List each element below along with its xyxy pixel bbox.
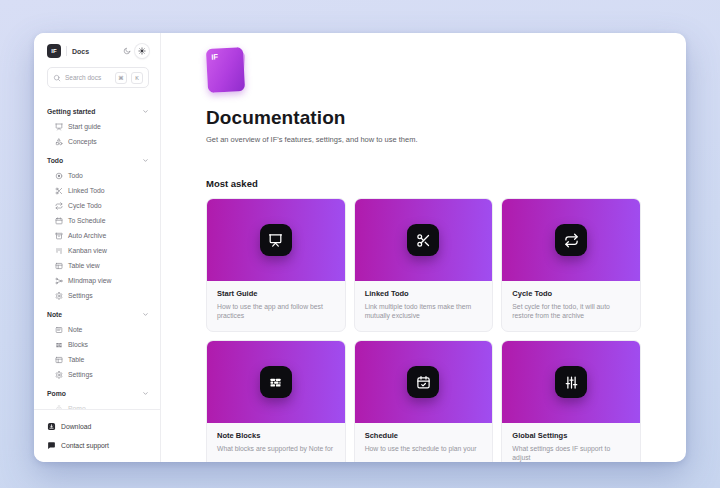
nav-section-getting-started[interactable]: Getting started: [47, 103, 149, 119]
sidebar-item-auto-archive[interactable]: Auto Archive: [47, 228, 149, 243]
sidebar-item-label: To Schedule: [68, 217, 105, 224]
card-icon-tile: [260, 366, 292, 398]
note-icon: [55, 326, 63, 334]
nav-section-note[interactable]: Note: [47, 306, 149, 322]
sidebar-item-cycle-todo[interactable]: Cycle Todo: [47, 198, 149, 213]
card-description: How to use the schedule to plan your: [365, 444, 483, 454]
divider: [66, 46, 67, 56]
sidebar-item-kanban-view[interactable]: Kanban view: [47, 243, 149, 258]
table-icon: [55, 262, 63, 270]
sidebar-item-label: Todo: [68, 172, 83, 179]
nav-section-label: Note: [47, 311, 62, 318]
footer-item-download[interactable]: Download: [47, 418, 149, 434]
scissors-icon: [416, 233, 431, 248]
card-icon-tile: [407, 366, 439, 398]
search-input[interactable]: Search docs ⌘ K: [47, 67, 149, 88]
sidebar-item-settings[interactable]: Settings: [47, 367, 149, 382]
gear-icon: [55, 371, 63, 379]
sidebar-item-note[interactable]: Note: [47, 322, 149, 337]
mindmap-icon: [55, 277, 63, 285]
table-icon: [55, 356, 63, 364]
card-body: ScheduleHow to use the schedule to plan …: [355, 423, 493, 453]
app-logo-large: IF: [206, 47, 248, 91]
chevron-down-icon: [142, 157, 149, 164]
cards-grid: Start GuideHow to use the app and follow…: [206, 198, 641, 462]
card-cycle-todo[interactable]: Cycle TodoSet cycle for the todo, it wil…: [501, 198, 641, 332]
card-title: Cycle Todo: [512, 289, 630, 298]
sidebar-item-label: Auto Archive: [68, 232, 106, 239]
theme-toggle[interactable]: [123, 44, 149, 58]
card-title: Global Settings: [512, 431, 630, 440]
shapes-icon: [55, 138, 63, 146]
sidebar-item-settings[interactable]: Settings: [47, 288, 149, 303]
nav-section-todo[interactable]: Todo: [47, 152, 149, 168]
nav-section-pomo[interactable]: Pomo: [47, 385, 149, 401]
card-icon-tile: [260, 224, 292, 256]
chat-icon: [47, 441, 56, 450]
brand-name: Docs: [72, 48, 89, 55]
card-banner: [207, 199, 345, 281]
app-logo-small: IF: [47, 44, 61, 58]
card-note-blocks[interactable]: Note BlocksWhat blocks are supported by …: [206, 340, 346, 462]
card-icon-tile: [407, 224, 439, 256]
footer-item-label: Download: [61, 423, 91, 430]
card-body: Linked TodoLink multiple todo items make…: [355, 281, 493, 321]
sidebar-item-mindmap-view[interactable]: Mindmap view: [47, 273, 149, 288]
card-title: Schedule: [365, 431, 483, 440]
sidebar-item-label: Table: [68, 356, 84, 363]
card-title: Note Blocks: [217, 431, 335, 440]
sidebar-item-linked-todo[interactable]: Linked Todo: [47, 183, 149, 198]
sidebar-item-label: Settings: [68, 371, 93, 378]
sidebar-item-table-view[interactable]: Table view: [47, 258, 149, 273]
download-icon: [47, 422, 56, 431]
card-schedule[interactable]: ScheduleHow to use the schedule to plan …: [354, 340, 494, 462]
sidebar-item-start-guide[interactable]: Start guide: [47, 119, 149, 134]
sidebar-item-label: Start guide: [68, 123, 101, 130]
sidebar-item-blocks[interactable]: Blocks: [47, 337, 149, 352]
card-global-settings[interactable]: Global SettingsWhat settings does IF sup…: [501, 340, 641, 462]
light-mode-button[interactable]: [135, 44, 149, 58]
k-key-badge: K: [131, 72, 143, 84]
sidebar-item-label: Concepts: [68, 138, 97, 145]
sidebar-item-pomo[interactable]: Pomo: [47, 401, 149, 409]
card-linked-todo[interactable]: Linked TodoLink multiple todo items make…: [354, 198, 494, 332]
moon-icon[interactable]: [123, 47, 131, 55]
sidebar-item-label: Note: [68, 326, 82, 333]
sidebar-item-label: Settings: [68, 292, 93, 299]
desktop-background: IF Docs Search docs ⌘ K Getting startedS…: [0, 0, 720, 488]
sidebar-item-label: Blocks: [68, 341, 88, 348]
chevron-down-icon: [142, 311, 149, 318]
sidebar-item-to-schedule[interactable]: To Schedule: [47, 213, 149, 228]
sidebar-header: IF Docs: [34, 33, 160, 64]
card-start-guide[interactable]: Start GuideHow to use the app and follow…: [206, 198, 346, 332]
main-content: IF Documentation Get an overview of IF's…: [161, 33, 686, 462]
sidebar-item-table[interactable]: Table: [47, 352, 149, 367]
chevron-down-icon: [142, 390, 149, 397]
chevron-down-icon: [142, 108, 149, 115]
sidebar-item-concepts[interactable]: Concepts: [47, 134, 149, 149]
search-placeholder: Search docs: [65, 74, 111, 81]
card-description: How to use the app and follow best pract…: [217, 302, 335, 322]
sidebar-item-todo[interactable]: Todo: [47, 168, 149, 183]
footer-item-contact-support[interactable]: Contact support: [47, 437, 149, 453]
nav-section-label: Todo: [47, 157, 63, 164]
bricks-icon: [268, 375, 283, 390]
gear-icon: [55, 292, 63, 300]
page-subtitle: Get an overview of IF's features, settin…: [206, 135, 641, 144]
card-banner: [355, 341, 493, 423]
card-banner: [355, 199, 493, 281]
sidebar-item-label: Cycle Todo: [68, 202, 102, 209]
card-body: Global SettingsWhat settings does IF sup…: [502, 423, 640, 462]
card-title: Start Guide: [217, 289, 335, 298]
card-body: Cycle TodoSet cycle for the todo, it wil…: [502, 281, 640, 321]
calendar-check-icon: [416, 375, 431, 390]
most-asked-heading: Most asked: [206, 178, 641, 189]
footer-item-label: Contact support: [61, 442, 109, 449]
card-banner: [502, 341, 640, 423]
search-icon: [53, 74, 61, 82]
card-description: Link multiple todo items make them mutua…: [365, 302, 483, 322]
nav-section-label: Pomo: [47, 390, 66, 397]
sun-icon: [138, 47, 146, 55]
presentation-icon: [55, 123, 63, 131]
card-body: Start GuideHow to use the app and follow…: [207, 281, 345, 321]
